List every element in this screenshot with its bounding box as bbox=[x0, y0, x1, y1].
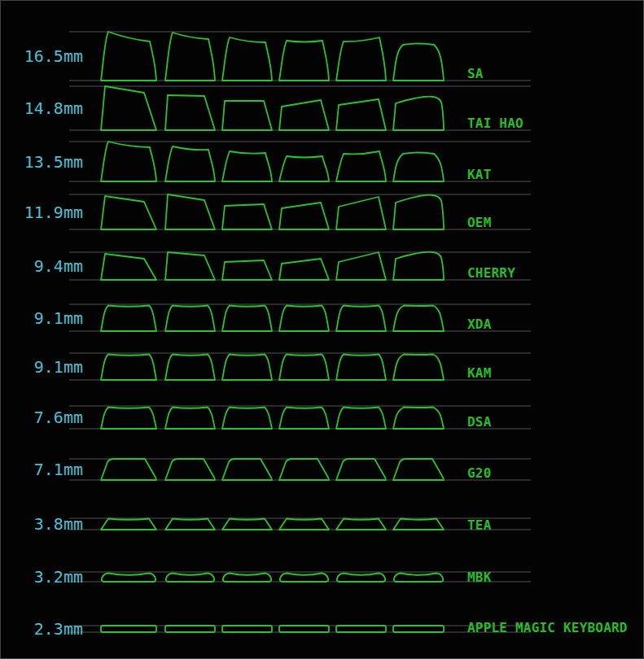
keycap-outline-xda-key2 bbox=[165, 306, 215, 332]
height-label-kat: 13.5mm bbox=[24, 152, 83, 172]
keycap-outline-cherry-key2 bbox=[165, 252, 215, 280]
keycap-outline-apple-magic-keyboard-key4 bbox=[279, 626, 329, 632]
keycap-outline-oem-key3 bbox=[222, 204, 272, 229]
keycap-outline-dsa-key2 bbox=[165, 408, 215, 430]
keycap-outline-tai-hao-key6 bbox=[393, 97, 444, 130]
keycap-outline-tai-hao-key2 bbox=[165, 95, 215, 130]
keycap-outline-sa-key6 bbox=[393, 44, 444, 81]
height-label-cherry: 9.4mm bbox=[34, 256, 83, 276]
keycap-outline-dsa-key1 bbox=[101, 408, 156, 430]
keycap-outline-mbk-key2 bbox=[166, 574, 215, 583]
profile-label-sa: SA bbox=[467, 66, 484, 81]
profile-label-tea: TEA bbox=[467, 517, 492, 533]
keycap-outline-oem-key4 bbox=[279, 203, 329, 229]
keycap-outline-tea-key2 bbox=[165, 519, 215, 530]
keycap-outline-mbk-key3 bbox=[223, 574, 272, 583]
profile-label-g20: G20 bbox=[467, 465, 492, 481]
keycap-outline-mbk-key6 bbox=[394, 574, 444, 583]
keycap-outline-kam-key6 bbox=[393, 355, 444, 381]
keycap-outline-tai-hao-key5 bbox=[336, 99, 386, 130]
keycap-outline-xda-key1 bbox=[101, 306, 156, 332]
keycap-outline-sa-key2 bbox=[165, 33, 215, 81]
keycap-outline-apple-magic-keyboard-key5 bbox=[336, 626, 386, 632]
height-label-sa: 16.5mm bbox=[24, 46, 83, 66]
height-label-dsa: 7.6mm bbox=[34, 408, 83, 427]
keycap-outline-cherry-key3 bbox=[222, 260, 272, 280]
keycap-outline-kat-key4 bbox=[279, 156, 329, 181]
height-label-mbk: 3.2mm bbox=[34, 567, 83, 587]
profile-label-xda: XDA bbox=[467, 316, 492, 332]
keycap-outline-tai-hao-key4 bbox=[279, 100, 329, 130]
keycap-outline-kat-key2 bbox=[165, 146, 215, 181]
keycap-outline-g20-key5 bbox=[336, 459, 386, 480]
keycap-outline-dsa-key5 bbox=[336, 408, 386, 430]
profile-label-kam: KAM bbox=[467, 365, 492, 381]
keycap-outline-cherry-key1 bbox=[101, 254, 156, 280]
height-label-xda: 9.1mm bbox=[34, 308, 83, 328]
keycap-outline-xda-key4 bbox=[279, 306, 329, 332]
keycap-outline-apple-magic-keyboard-key6 bbox=[393, 626, 444, 632]
keycap-outline-oem-key2 bbox=[165, 194, 215, 229]
profile-label-oem: OEM bbox=[467, 215, 492, 230]
keycap-outline-cherry-key5 bbox=[336, 252, 386, 280]
height-label-g20: 7.1mm bbox=[34, 460, 83, 479]
keycap-outline-oem-key5 bbox=[336, 197, 386, 229]
keycap-outline-mbk-key4 bbox=[280, 574, 329, 583]
profile-label-kat: KAT bbox=[467, 167, 492, 182]
keycap-outline-g20-key2 bbox=[165, 459, 215, 480]
profile-label-dsa: DSA bbox=[467, 414, 492, 430]
keycap-outline-g20-key6 bbox=[393, 459, 444, 480]
keycap-outline-tea-key4 bbox=[279, 519, 329, 530]
keycap-outline-dsa-key4 bbox=[279, 408, 329, 430]
keycap-outline-dsa-key3 bbox=[222, 408, 272, 430]
profile-label-cherry: CHERRY bbox=[467, 265, 515, 281]
keycap-outline-tai-hao-key3 bbox=[222, 101, 272, 130]
keycap-outline-kat-key1 bbox=[101, 142, 156, 181]
keycap-outline-kam-key4 bbox=[279, 355, 329, 381]
keycap-outline-mbk-key1 bbox=[102, 574, 156, 583]
keycap-outline-dsa-key6 bbox=[393, 408, 444, 430]
keycap-outline-kam-key3 bbox=[222, 355, 272, 381]
keycap-outline-apple-magic-keyboard-key2 bbox=[165, 626, 215, 632]
keycap-outline-mbk-key5 bbox=[337, 574, 386, 583]
keycap-outline-cherry-key6 bbox=[393, 252, 444, 280]
keycap-outline-cherry-key4 bbox=[279, 259, 329, 280]
keycap-outline-kat-key5 bbox=[336, 151, 386, 181]
keycap-outline-sa-key1 bbox=[101, 32, 156, 81]
keycap-outline-oem-key6 bbox=[393, 195, 444, 229]
keycap-outline-sa-key4 bbox=[279, 41, 329, 81]
keycap-outline-oem-key1 bbox=[101, 196, 156, 229]
keycap-outline-sa-key5 bbox=[336, 37, 386, 81]
profile-label-mbk: MBK bbox=[467, 570, 492, 585]
keycap-outline-tai-hao-key1 bbox=[101, 86, 156, 130]
keycap-outline-sa-key3 bbox=[222, 37, 272, 81]
keycap-outline-xda-key3 bbox=[222, 306, 272, 332]
keycap-outline-kat-key3 bbox=[222, 151, 272, 181]
keycap-outline-kam-key2 bbox=[165, 355, 215, 381]
keycap-outline-apple-magic-keyboard-key1 bbox=[101, 626, 156, 632]
keycap-outline-apple-magic-keyboard-key3 bbox=[222, 626, 272, 632]
keycap-profile-comparison: 16.5mmSA14.8mmTAI HAO13.5mmKAT11.9mmOEM9… bbox=[0, 0, 644, 659]
height-label-tai-hao: 14.8mm bbox=[24, 98, 83, 118]
keycap-height-chart: 16.5mmSA14.8mmTAI HAO13.5mmKAT11.9mmOEM9… bbox=[1, 1, 644, 659]
height-label-oem: 11.9mm bbox=[24, 203, 83, 222]
profile-label-apple-magic-keyboard: APPLE MAGIC KEYBOARD bbox=[467, 620, 628, 635]
height-label-tea: 3.8mm bbox=[34, 514, 83, 534]
keycap-outline-g20-key1 bbox=[101, 459, 156, 480]
keycap-outline-tea-key1 bbox=[101, 519, 156, 530]
keycap-outline-xda-key6 bbox=[393, 306, 444, 332]
height-label-kam: 9.1mm bbox=[34, 357, 83, 377]
keycap-outline-kam-key1 bbox=[101, 355, 156, 381]
keycap-outline-kat-key6 bbox=[393, 153, 444, 182]
keycap-outline-g20-key3 bbox=[222, 459, 272, 480]
keycap-outline-xda-key5 bbox=[336, 306, 386, 332]
keycap-outline-tea-key5 bbox=[336, 519, 386, 530]
profile-label-tai-hao: TAI HAO bbox=[467, 116, 524, 131]
keycap-outline-kam-key5 bbox=[336, 355, 386, 381]
keycap-outline-tea-key3 bbox=[222, 519, 272, 530]
height-label-apple-magic-keyboard: 2.3mm bbox=[34, 619, 83, 639]
keycap-outline-g20-key4 bbox=[279, 459, 329, 480]
keycap-outline-tea-key6 bbox=[393, 519, 444, 530]
